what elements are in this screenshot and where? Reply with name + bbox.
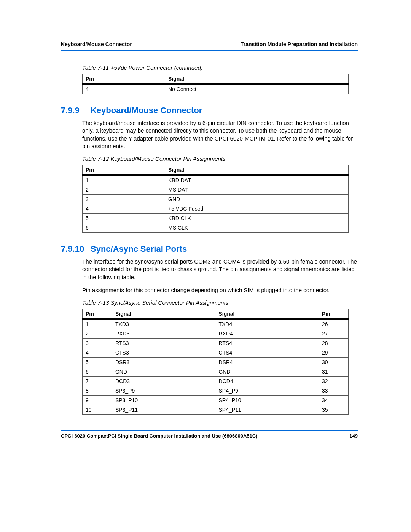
footer-left: CPCI-6020 CompactPCI Single Board Comput… — [61, 433, 258, 439]
section-title: Sync/Async Serial Ports — [91, 244, 187, 254]
table-row: 3GND — [83, 195, 349, 204]
header-right: Transition Module Preparation and Instal… — [241, 41, 358, 47]
table-row: 5KBD CLK — [83, 214, 349, 223]
table-row: 3RTS3RTS428 — [83, 339, 349, 348]
header-left: Keyboard/Mouse Connector — [61, 41, 132, 47]
section-7-9-10-para-2: Pin assignments for this connector chang… — [82, 286, 358, 294]
col-head-pin: Pin — [83, 74, 165, 84]
table-row: 4+5 VDC Fused — [83, 204, 349, 214]
section-number: 7.9.9 — [61, 105, 91, 115]
table-row: 6MS CLK — [83, 223, 349, 233]
table-7-12-caption: Table 7-12 Keyboard/Mouse Connector Pin … — [82, 155, 358, 162]
col-head-signal-2: Signal — [215, 309, 319, 319]
table-row: 2MS DAT — [83, 185, 349, 195]
col-head-pin: Pin — [83, 309, 112, 319]
table-7-13-caption: Table 7-13 Sync/Async Serial Connector P… — [82, 299, 358, 306]
col-head-pin: Pin — [83, 165, 165, 175]
table-7-12: Pin Signal 1KBD DAT 2MS DAT 3GND 4+5 VDC… — [82, 165, 349, 233]
table-row: 10SP3_P11SP4_P1135 — [83, 405, 349, 415]
col-head-signal: Signal — [165, 165, 349, 175]
table-7-11-caption: Table 7-11 +5Vdc Power Connector (contin… — [82, 64, 358, 71]
section-heading-7-9-10: 7.9.10Sync/Async Serial Ports — [61, 244, 358, 254]
section-title: Keyboard/Mouse Connector — [91, 105, 202, 115]
table-row: 5DSR3DSR430 — [83, 358, 349, 367]
table-7-13: Pin Signal Signal Pin 1TXD3TXD426 2RXD3R… — [82, 309, 349, 415]
table-7-11: Pin Signal 4 No Connect — [82, 74, 349, 94]
running-header: Keyboard/Mouse Connector Transition Modu… — [61, 41, 358, 51]
table-row: 7DCD3DCD432 — [83, 377, 349, 386]
section-7-9-10-para-1: The interface for the sync/async serial … — [82, 258, 358, 281]
table-row: 1TXD3TXD426 — [83, 319, 349, 329]
table-row: 1KBD DAT — [83, 175, 349, 185]
section-heading-7-9-9: 7.9.9Keyboard/Mouse Connector — [61, 105, 358, 115]
col-head-pin-2: Pin — [319, 309, 349, 319]
table-row: 8SP3_P9SP4_P933 — [83, 386, 349, 396]
section-number: 7.9.10 — [61, 244, 91, 254]
table-row: 4 No Connect — [83, 84, 349, 94]
page-number: 149 — [349, 433, 358, 439]
col-head-signal: Signal — [112, 309, 215, 319]
table-row: 9SP3_P10SP4_P1034 — [83, 396, 349, 405]
col-head-signal: Signal — [165, 74, 349, 84]
table-row: 4CTS3CTS429 — [83, 348, 349, 358]
table-row: 6GNDGND31 — [83, 367, 349, 377]
running-footer: CPCI-6020 CompactPCI Single Board Comput… — [61, 430, 358, 439]
table-row: 2RXD3RXD427 — [83, 329, 349, 339]
section-7-9-9-para: The keyboard/mouse interface is provided… — [82, 119, 358, 150]
